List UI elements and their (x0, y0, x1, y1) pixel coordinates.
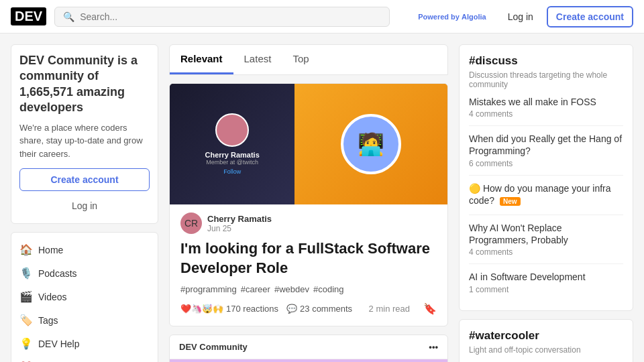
sidebar-item-forem-shop[interactable]: ❤️ Forem Shop (11, 355, 158, 362)
post-title-1[interactable]: I'm looking for a FullStack Software Dev… (180, 239, 437, 278)
reaction-emojis: ❤️🦄🤯🙌 (180, 304, 223, 314)
post-card-1: Cherry Ramatis Member at @twitch Follow … (169, 83, 448, 326)
discuss-item-0: Mistakes we all make in FOSS 4 comments (469, 96, 623, 126)
sidebar-nav: 🏠 Home 🎙️ Podcasts 🎬 Videos 🏷️ Tags 💡 DE… (11, 232, 158, 362)
search-icon: 🔍 (63, 11, 74, 22)
tab-relevant[interactable]: Relevant (170, 45, 233, 74)
powered-by: Powered by Algolia (418, 13, 499, 21)
dev-card-header-label: DEV Community (179, 342, 248, 352)
dev-logo: DEV (11, 7, 46, 25)
discuss-item-title-0[interactable]: Mistakes we all make in FOSS (469, 96, 623, 108)
discuss-item-4: AI in Software Development 1 comment (469, 271, 623, 300)
main-layout: DEV Community is a community of 1,665,57… (0, 34, 644, 362)
post-tag-career[interactable]: #career (241, 283, 270, 296)
header: DEV 🔍 Powered by Algolia Log in Create a… (0, 0, 644, 34)
discuss-item-title-4[interactable]: AI in Software Development (469, 271, 623, 283)
reactions-count: 170 reactions (226, 304, 278, 314)
discuss-subtitle: Discussion threads targeting the whole c… (469, 70, 623, 89)
bookmark-icon-1[interactable]: 🔖 (423, 302, 437, 315)
discuss-title[interactable]: #discuss (469, 54, 623, 68)
sidebar-item-tags-label: Tags (38, 315, 58, 326)
post-hero-image: Cherry Ramatis Member at @twitch Follow … (170, 84, 447, 204)
sidebar-item-podcasts[interactable]: 🎙️ Podcasts (11, 261, 158, 285)
community-desc: We're a place where coders share, stay u… (19, 121, 150, 161)
tab-latest[interactable]: Latest (233, 45, 282, 74)
dev-card-header: DEV Community ••• (170, 335, 447, 359)
discuss-section: #discuss Discussion threads targeting th… (459, 44, 633, 311)
new-badge: New (500, 197, 521, 206)
tags-icon: 🏷️ (19, 314, 33, 326)
watercooler-section: #watercooler Light and off-topic convers… (459, 319, 633, 363)
sidebar-right: #discuss Discussion threads targeting th… (459, 44, 633, 362)
post-tag-programming[interactable]: #programming (180, 283, 237, 296)
discuss-item-title-3[interactable]: Why AI Won't Replace Programmers, Probab… (469, 222, 623, 246)
community-blurb: DEV Community is a community of 1,665,57… (11, 44, 158, 224)
sidebar-item-dev-help[interactable]: 💡 DEV Help (11, 332, 158, 355)
discuss-item-meta-3: 4 comments (469, 247, 623, 257)
post-date-1: Jun 25 (207, 224, 272, 233)
post-comments-1[interactable]: 💬 23 comments (286, 304, 352, 314)
center-content: Relevant Latest Top Cherry Ramatis Membe… (169, 44, 448, 362)
tab-top[interactable]: Top (282, 45, 319, 74)
comments-icon: 💬 (286, 304, 297, 314)
dev-help-icon: 💡 (19, 337, 33, 350)
sidebar-item-dev-help-label: DEV Help (38, 339, 79, 349)
discuss-item-title-2[interactable]: 🟡 How do you manage your infra code? New (469, 182, 623, 206)
sidebar-item-podcasts-label: Podcasts (38, 268, 77, 279)
search-input[interactable] (80, 11, 381, 22)
discuss-item-meta-4: 1 comment (469, 285, 623, 294)
author-info-1: Cherry Ramatis Jun 25 (207, 214, 272, 233)
post-reactions-1[interactable]: ❤️🦄🤯🙌 170 reactions (180, 304, 278, 314)
sidebar-item-home[interactable]: 🏠 Home (11, 238, 158, 261)
discuss-item-3: Why AI Won't Replace Programmers, Probab… (469, 222, 623, 264)
create-account-header-button[interactable]: Create account (547, 6, 633, 27)
auth-buttons: Log in Create account (500, 6, 633, 27)
sidebar-left: DEV Community is a community of 1,665,57… (11, 44, 158, 362)
create-account-sidebar-button[interactable]: Create account (19, 168, 150, 191)
dev-card-menu-dots[interactable]: ••• (429, 342, 438, 352)
login-sidebar-button[interactable]: Log in (19, 196, 150, 215)
discuss-item-1: When did you Really get the Hang of Prog… (469, 133, 623, 175)
discuss-item-meta-0: 4 comments (469, 109, 623, 119)
comments-count: 23 comments (300, 304, 352, 314)
watercooler-title[interactable]: #watercooler (469, 329, 623, 343)
author-avatar-1: CR (180, 213, 202, 234)
sidebar-item-tags[interactable]: 🏷️ Tags (11, 308, 158, 332)
post-author-1: CR Cherry Ramatis Jun 25 (180, 213, 437, 234)
discuss-item-meta-1: 6 comments (469, 159, 623, 168)
discuss-item-2: 🟡 How do you manage your infra code? New (469, 182, 623, 215)
feed-tabs: Relevant Latest Top (169, 44, 448, 75)
sidebar-item-home-label: Home (38, 245, 63, 255)
podcasts-icon: 🎙️ (19, 267, 33, 280)
post-tag-webdev[interactable]: #webdev (274, 283, 309, 296)
videos-icon: 🎬 (19, 290, 33, 303)
discuss-title-text-2: 🟡 How do you manage your infra code? (469, 183, 611, 206)
post-footer-1: ❤️🦄🤯🙌 170 reactions 💬 23 comments 2 min … (180, 302, 437, 315)
post-body-1: CR Cherry Ramatis Jun 25 I'm looking for… (170, 204, 447, 326)
search-bar[interactable]: 🔍 (54, 7, 390, 27)
dev-community-card: DEV Community ••• DEV Need to stay up to (169, 335, 448, 362)
sidebar-item-videos-label: Videos (38, 292, 67, 302)
dev-card-image: DEV (170, 359, 447, 362)
author-name-1[interactable]: Cherry Ramatis (207, 214, 272, 224)
sidebar-item-videos[interactable]: 🎬 Videos (11, 285, 158, 308)
login-button[interactable]: Log in (500, 7, 541, 26)
watercooler-subtitle: Light and off-topic conversation (469, 345, 623, 355)
post-read-time-1: 2 min read (369, 304, 410, 314)
community-title: DEV Community is a community of 1,665,57… (19, 53, 150, 116)
post-tags-1: #programming #career #webdev #coding (180, 283, 437, 296)
discuss-item-title-1[interactable]: When did you Really get the Hang of Prog… (469, 133, 623, 157)
home-icon: 🏠 (19, 243, 33, 256)
post-tag-coding[interactable]: #coding (313, 283, 344, 296)
